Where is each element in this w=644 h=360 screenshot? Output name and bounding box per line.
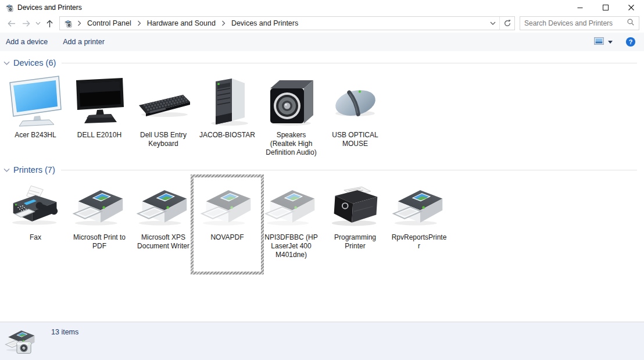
navigation-bar: Control PanelHardware and SoundDevices a… bbox=[0, 15, 644, 33]
toolbar-right-group: ? bbox=[594, 37, 636, 47]
speaker-icon bbox=[261, 72, 321, 128]
tile-grid: Fax Microsoft Print to PDF Microsoft XPS… bbox=[3, 178, 639, 259]
search-box[interactable] bbox=[520, 16, 639, 30]
section-title: Printers (7) bbox=[13, 165, 55, 174]
item-label: JACOB-BIOSTAR bbox=[199, 131, 255, 140]
printer-tile[interactable]: NOVAPDF bbox=[195, 178, 259, 242]
printer-tile[interactable]: Microsoft Print to PDF bbox=[67, 178, 131, 251]
breadcrumb-chevron-icon[interactable] bbox=[135, 20, 144, 26]
mouse-icon bbox=[325, 72, 385, 128]
forward-button[interactable] bbox=[19, 16, 34, 31]
recent-locations-chevron-icon[interactable] bbox=[34, 16, 42, 31]
help-icon: ? bbox=[625, 37, 636, 47]
close-icon bbox=[628, 2, 634, 13]
maximize-button[interactable] bbox=[593, 0, 618, 15]
section-rule bbox=[62, 63, 637, 63]
device-tile[interactable]: Speakers (Realtek High Definition Audio) bbox=[259, 71, 323, 157]
address-bar[interactable]: Control PanelHardware and SoundDevices a… bbox=[59, 16, 515, 30]
printer-tile[interactable]: Programming Printer bbox=[323, 178, 387, 251]
minimize-button[interactable] bbox=[567, 0, 593, 15]
item-label: USB OPTICAL MOUSE bbox=[327, 131, 384, 148]
collapse-chevron-icon[interactable] bbox=[3, 168, 10, 172]
window-controls bbox=[567, 0, 644, 15]
device-tile[interactable]: USB OPTICAL MOUSE bbox=[323, 71, 387, 148]
section-header[interactable]: Devices (6) bbox=[3, 57, 639, 69]
printer-dark-icon bbox=[69, 179, 130, 230]
breadcrumb-chevron-icon[interactable] bbox=[75, 20, 84, 26]
item-label: NPI3DFBBC (HP LaserJet 400 M401dne) bbox=[263, 233, 320, 259]
add-a-device-button[interactable]: Add a device bbox=[6, 38, 48, 46]
fax-icon bbox=[5, 179, 66, 230]
search-input[interactable] bbox=[524, 19, 624, 27]
item-label: Microsoft Print to PDF bbox=[71, 233, 128, 251]
device-tile[interactable]: DELL E2010H bbox=[67, 71, 131, 140]
device-tile[interactable]: Dell USB Entry Keyboard bbox=[131, 71, 195, 148]
close-button[interactable] bbox=[618, 0, 644, 15]
collapse-chevron-icon[interactable] bbox=[3, 61, 10, 65]
printer-tile[interactable]: Fax bbox=[3, 178, 67, 242]
item-label: Dell USB Entry Keyboard bbox=[135, 131, 192, 148]
devices-and-printers-app-icon bbox=[5, 3, 14, 12]
item-label: Speakers (Realtek High Definition Audio) bbox=[263, 131, 320, 157]
item-label: NOVAPDF bbox=[210, 233, 244, 242]
refresh-icon bbox=[503, 19, 511, 27]
search-icon[interactable] bbox=[627, 18, 635, 28]
item-label: DELL E2010H bbox=[77, 131, 121, 140]
breadcrumb-item[interactable]: Hardware and Sound bbox=[144, 17, 219, 29]
keyboard-icon bbox=[133, 72, 194, 128]
devices-and-printers-location-icon bbox=[63, 19, 73, 28]
item-label: Programming Printer bbox=[327, 233, 384, 251]
breadcrumb: Control PanelHardware and SoundDevices a… bbox=[75, 17, 486, 29]
breadcrumb-chevron-icon[interactable] bbox=[219, 20, 228, 26]
maximize-icon bbox=[603, 2, 609, 13]
printer-dark-icon bbox=[389, 179, 449, 230]
monitor-blue-icon bbox=[5, 72, 66, 128]
item-label: Microsoft XPS Document Writer bbox=[135, 233, 192, 251]
back-button[interactable] bbox=[3, 16, 19, 31]
item-label: Fax bbox=[30, 233, 41, 242]
printer-tile[interactable]: Microsoft XPS Document Writer bbox=[131, 178, 195, 251]
item-label: Acer B243HL bbox=[15, 131, 56, 140]
section-devices: Devices (6) Acer B243HL DELL E2010H Dell… bbox=[2, 57, 639, 157]
device-tile[interactable]: Acer B243HL bbox=[3, 71, 67, 140]
selection-summary-icon bbox=[3, 325, 37, 358]
view-dropdown-caret-icon[interactable] bbox=[608, 41, 613, 44]
breadcrumb-item[interactable]: Control Panel bbox=[84, 17, 135, 29]
tile-grid: Acer B243HL DELL E2010H Dell USB Entry K… bbox=[3, 71, 639, 157]
section-header[interactable]: Printers (7) bbox=[3, 164, 639, 176]
details-pane: 13 items bbox=[0, 322, 644, 360]
printer-dark-icon bbox=[133, 179, 194, 230]
help-button[interactable]: ? bbox=[625, 37, 636, 47]
computer-tower-icon bbox=[197, 72, 257, 128]
svg-text:?: ? bbox=[629, 38, 633, 45]
minimize-icon bbox=[577, 2, 583, 13]
up-button[interactable] bbox=[42, 16, 57, 31]
refresh-button[interactable] bbox=[499, 17, 514, 30]
printer-tile[interactable]: RpvReportsPrinter bbox=[387, 178, 451, 251]
printer-laserjet-icon bbox=[325, 179, 385, 230]
change-view-button[interactable] bbox=[594, 37, 613, 47]
section-rule bbox=[61, 170, 637, 170]
breadcrumb-item[interactable]: Devices and Printers bbox=[228, 17, 302, 29]
window-title: Devices and Printers bbox=[17, 3, 82, 12]
printer-light-icon bbox=[261, 179, 321, 230]
item-label: RpvReportsPrinter bbox=[391, 233, 448, 251]
items-count: 13 items bbox=[51, 328, 78, 336]
section-printers: Printers (7) Fax Microsoft Print to PDF … bbox=[2, 164, 639, 259]
thumbnail-view-icon bbox=[594, 37, 604, 47]
monitor-black-icon bbox=[69, 72, 130, 128]
command-toolbar: Add a device Add a printer ? bbox=[0, 33, 644, 51]
title-bar: Devices and Printers bbox=[0, 0, 644, 15]
add-a-printer-button[interactable]: Add a printer bbox=[63, 38, 105, 46]
address-dropdown-chevron-icon[interactable] bbox=[486, 17, 499, 30]
device-tile[interactable]: JACOB-BIOSTAR bbox=[195, 71, 259, 140]
printer-light-icon bbox=[197, 179, 257, 230]
section-title: Devices (6) bbox=[13, 58, 56, 67]
main-content: Devices (6) Acer B243HL DELL E2010H Dell… bbox=[0, 51, 644, 322]
devices-and-printers-window: Devices and Printers Control PanelHardwa… bbox=[0, 0, 644, 360]
printer-tile[interactable]: NPI3DFBBC (HP LaserJet 400 M401dne) bbox=[259, 178, 323, 259]
